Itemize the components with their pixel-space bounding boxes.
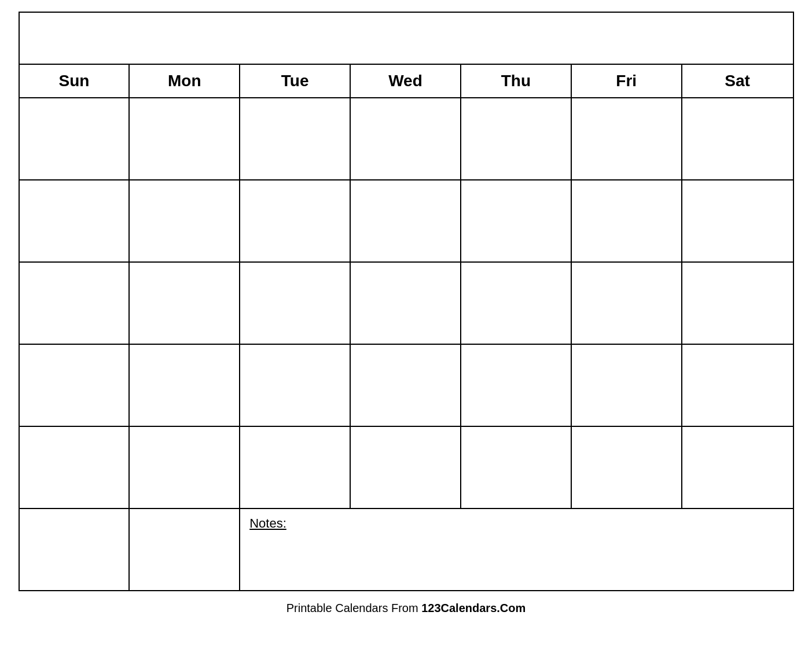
cell-1-4 (351, 98, 461, 179)
cell-4-3 (240, 345, 351, 426)
calendar-body: Notes: (20, 98, 793, 590)
cell-1-5 (461, 98, 572, 179)
cell-2-2 (130, 180, 240, 261)
header-tue: Tue (240, 65, 351, 97)
cell-3-7 (682, 263, 793, 344)
header-wed: Wed (351, 65, 461, 97)
calendar-row-1 (20, 98, 793, 180)
calendar-header: Sun Mon Tue Wed Thu Fri Sat (20, 65, 793, 98)
cell-1-7 (682, 98, 793, 179)
calendar-title-row (20, 13, 793, 65)
header-sun: Sun (20, 65, 130, 97)
cell-5-2 (130, 427, 240, 508)
cell-4-4 (351, 345, 461, 426)
notes-empty-2 (130, 509, 240, 590)
cell-1-2 (130, 98, 240, 179)
cell-2-6 (572, 180, 682, 261)
cell-2-3 (240, 180, 351, 261)
cell-3-4 (351, 263, 461, 344)
footer: Printable Calendars From 123Calendars.Co… (286, 602, 526, 615)
cell-5-4 (351, 427, 461, 508)
calendar-row-3 (20, 263, 793, 345)
notes-label: Notes: (249, 516, 286, 530)
header-thu: Thu (461, 65, 572, 97)
cell-5-5 (461, 427, 572, 508)
cell-1-3 (240, 98, 351, 179)
footer-text-bold: 123Calendars.Com (421, 602, 526, 614)
header-sat: Sat (682, 65, 793, 97)
cell-3-6 (572, 263, 682, 344)
footer-text-normal: Printable Calendars From (286, 602, 421, 614)
cell-1-1 (20, 98, 130, 179)
calendar-row-2 (20, 180, 793, 263)
notes-content: Notes: (240, 509, 792, 590)
cell-4-6 (572, 345, 682, 426)
cell-4-1 (20, 345, 130, 426)
notes-empty-1 (20, 509, 130, 590)
header-fri: Fri (572, 65, 682, 97)
cell-2-5 (461, 180, 572, 261)
cell-4-5 (461, 345, 572, 426)
notes-row: Notes: (20, 509, 793, 590)
cell-3-2 (130, 263, 240, 344)
cell-5-3 (240, 427, 351, 508)
cell-3-5 (461, 263, 572, 344)
cell-2-4 (351, 180, 461, 261)
cell-5-1 (20, 427, 130, 508)
calendar-row-5 (20, 427, 793, 509)
cell-5-7 (682, 427, 793, 508)
cell-2-7 (682, 180, 793, 261)
cell-5-6 (572, 427, 682, 508)
cell-4-2 (130, 345, 240, 426)
cell-2-1 (20, 180, 130, 261)
calendar: Sun Mon Tue Wed Thu Fri Sat (19, 12, 794, 591)
cell-4-7 (682, 345, 793, 426)
header-mon: Mon (130, 65, 240, 97)
calendar-row-4 (20, 345, 793, 427)
cell-3-1 (20, 263, 130, 344)
cell-1-6 (572, 98, 682, 179)
cell-3-3 (240, 263, 351, 344)
